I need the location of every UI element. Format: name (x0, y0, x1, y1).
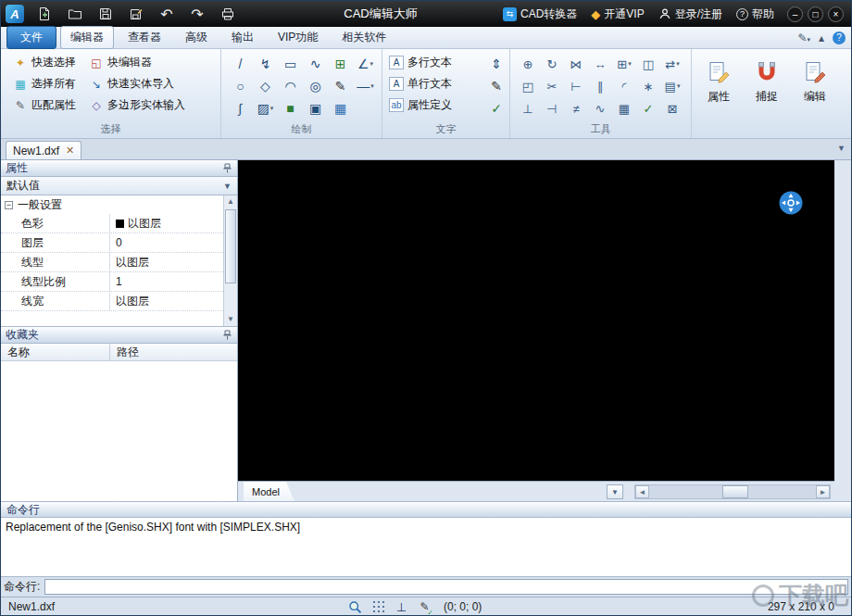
new-file-button[interactable] (34, 4, 55, 24)
redo-icon[interactable]: ↷ (187, 4, 207, 24)
break-icon[interactable]: ≠ (564, 97, 588, 119)
dimension-icon[interactable]: ∠▾ (353, 53, 378, 75)
properties-panel-button[interactable]: 属性 (697, 54, 740, 133)
snap-button[interactable]: 捕捉 (746, 54, 788, 133)
fillet-icon[interactable]: ◜ (612, 75, 636, 97)
text-check-icon[interactable]: ✓ (485, 97, 507, 119)
model-tab[interactable]: Model (244, 482, 294, 501)
solid-fill-icon[interactable]: ■ (278, 97, 303, 119)
save-as-button[interactable] (126, 4, 146, 24)
stretch-icon[interactable]: ↔ (588, 53, 612, 75)
linetype-icon[interactable]: —▾ (353, 75, 378, 97)
property-value[interactable]: 以图层 (110, 292, 223, 310)
collapse-ribbon-icon[interactable]: ▴ (819, 31, 824, 44)
scrollbar-track[interactable] (649, 485, 816, 498)
property-row-lineweight[interactable]: 线宽 以图层 (1, 292, 223, 311)
property-row-linetype-scale[interactable]: 线型比例 1 (1, 272, 223, 292)
group-icon[interactable]: ▦ (612, 97, 636, 119)
scroll-left-icon[interactable]: ◄ (635, 485, 649, 498)
tab-related-software[interactable]: 相关软件 (332, 26, 396, 49)
trim-icon[interactable]: ✂ (540, 75, 564, 97)
match-properties-button[interactable]: ✎匹配属性 (6, 94, 82, 116)
donut-icon[interactable]: ◎ (303, 75, 328, 97)
property-value[interactable]: 1 (110, 272, 223, 291)
tab-viewer[interactable]: 查看器 (118, 26, 171, 49)
close-button[interactable]: × (828, 6, 844, 22)
navigation-wheel-icon[interactable] (779, 191, 803, 215)
grid-snap-icon[interactable] (370, 599, 386, 615)
multiline-text-button[interactable]: A多行文本 (386, 52, 455, 73)
move-icon[interactable]: ⊕ (516, 53, 540, 75)
text-height-icon[interactable]: ⇕ (485, 53, 507, 75)
docbar-chevron-icon[interactable]: ▼ (837, 144, 846, 153)
pedit-icon[interactable]: ∿ (588, 97, 612, 119)
tab-vip-features[interactable]: VIP功能 (268, 26, 328, 49)
command-history[interactable]: Replacement of the [Geniso.SHX] font wit… (1, 518, 851, 577)
freehand-icon[interactable]: ∫ (228, 97, 253, 119)
select-all-button[interactable]: ▦选择所有 (6, 73, 82, 94)
print-button[interactable] (218, 4, 238, 24)
ortho-mode-icon[interactable]: ⊥ (394, 599, 409, 615)
favorites-column-name[interactable]: 名称 (1, 344, 110, 360)
undo-icon[interactable]: ↶ (157, 4, 177, 24)
swap-icon[interactable]: ⇄▾ (660, 53, 684, 75)
preset-dropdown[interactable]: 默认值 ▼ (1, 177, 237, 195)
document-tab[interactable]: New1.dxf ✕ (6, 141, 81, 159)
edit-panel-button[interactable]: 编辑 (794, 54, 836, 133)
purge-icon[interactable]: ✓ (636, 97, 660, 119)
mirror-icon[interactable]: ⋈ (564, 53, 588, 75)
property-row-color[interactable]: 色彩 以图层 (1, 214, 223, 233)
circle-icon[interactable]: ○ (228, 75, 253, 97)
property-row-linetype[interactable]: 线型 以图层 (1, 253, 223, 272)
scrollbar-thumb[interactable] (225, 209, 236, 283)
join-icon[interactable]: ⊣ (540, 97, 564, 119)
customize-pencil-icon[interactable]: ✎▾ (797, 31, 810, 44)
login-register-link[interactable]: 登录/注册 (658, 6, 722, 22)
document-close-icon[interactable]: ✕ (66, 145, 74, 157)
polygon-entity-input-button[interactable]: ◇多边形实体输入 (82, 94, 192, 116)
tab-advanced[interactable]: 高级 (175, 26, 218, 49)
drawing-canvas[interactable] (238, 160, 834, 481)
file-menu-button[interactable]: 文件 (6, 26, 56, 49)
table-icon[interactable]: ▦ (328, 97, 353, 119)
explode-icon[interactable]: ∗ (636, 75, 660, 97)
property-value[interactable]: 以图层 (110, 253, 223, 271)
array-icon[interactable]: ⊞▾ (612, 53, 636, 75)
maximize-button[interactable]: □ (808, 6, 823, 22)
property-value[interactable]: 以图层 (110, 214, 223, 233)
extend-icon[interactable]: ⊢ (564, 75, 588, 97)
zoom-icon[interactable] (347, 599, 363, 615)
tab-output[interactable]: 输出 (221, 26, 264, 49)
save-button[interactable] (95, 4, 116, 24)
block-editor-button[interactable]: ◱块编辑器 (82, 52, 192, 73)
minimize-button[interactable]: – (787, 6, 803, 22)
rectangle-icon[interactable]: ▭ (278, 53, 303, 75)
command-input[interactable] (44, 579, 848, 595)
scale-icon[interactable]: ◰ (516, 75, 540, 97)
ribbon-help-icon[interactable]: ? (833, 31, 846, 44)
scrollbar-thumb[interactable] (722, 485, 748, 498)
pin-icon[interactable] (222, 330, 232, 340)
quick-entity-import-button[interactable]: ↘快速实体导入 (82, 73, 192, 94)
layers-icon[interactable]: ▤▾ (660, 75, 684, 97)
sketch-icon[interactable]: ✎ (328, 75, 353, 97)
tab-editor[interactable]: 编辑器 (60, 26, 114, 49)
singleline-text-button[interactable]: A单行文本 (386, 73, 455, 94)
line-icon[interactable]: / (228, 53, 253, 75)
text-edit-icon[interactable]: ✎ (485, 75, 507, 97)
collapse-minus-icon[interactable]: − (5, 201, 13, 209)
layout-chevron-icon[interactable]: ▼ (607, 484, 623, 499)
copy-icon[interactable]: ◫ (636, 53, 660, 75)
spline-icon[interactable]: ∿ (303, 53, 328, 75)
hatch-icon[interactable]: ▨▾ (253, 97, 278, 119)
properties-group-row[interactable]: − 一般设置 (1, 195, 223, 214)
scroll-down-icon[interactable]: ▼ (224, 313, 237, 326)
scroll-up-icon[interactable]: ▲ (224, 195, 237, 208)
quick-select-button[interactable]: ✦快速选择 (6, 52, 82, 73)
open-vip-link[interactable]: ◆ 开通VIP (591, 6, 644, 22)
properties-scrollbar[interactable]: ▲ ▼ (223, 195, 237, 326)
ortho-tool-icon[interactable]: ⊥ (516, 97, 540, 119)
favorites-list[interactable] (1, 361, 237, 501)
help-link[interactable]: ? 帮助 (736, 6, 774, 22)
region-icon[interactable]: ⊞ (328, 53, 353, 75)
